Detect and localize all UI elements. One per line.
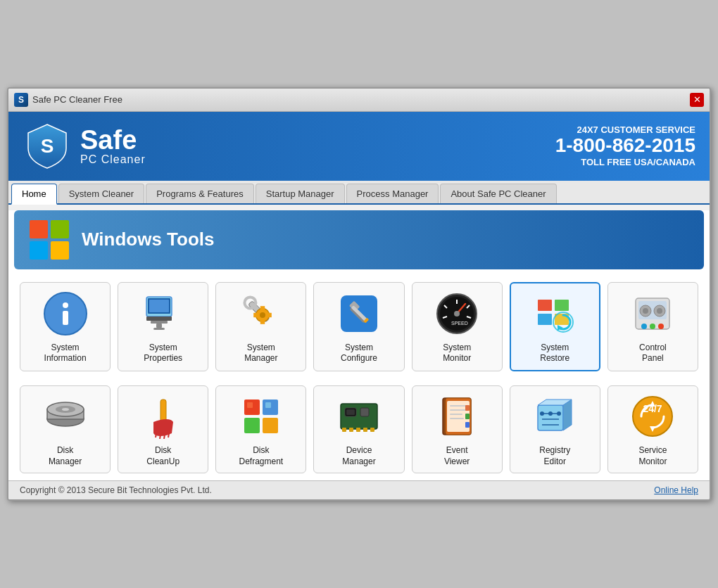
configure-icon bbox=[334, 289, 384, 338]
footer: Copyright © 2013 Secure Bit Technologies… bbox=[8, 480, 710, 499]
restore-icon bbox=[530, 289, 579, 338]
logo-sub: PC Cleaner bbox=[80, 153, 146, 166]
tool-service-monitor[interactable]: 24/7 ServiceMonitor bbox=[607, 385, 698, 473]
svg-rect-14 bbox=[153, 328, 165, 330]
close-button[interactable]: ✕ bbox=[690, 93, 704, 107]
svg-rect-22 bbox=[267, 313, 271, 317]
tool-label: SystemProperties bbox=[144, 343, 182, 364]
tool-system-manager[interactable]: SystemManager bbox=[215, 282, 306, 371]
tab-process-manager[interactable]: Process Manager bbox=[346, 184, 439, 203]
tool-device-manager[interactable]: DeviceManager bbox=[313, 385, 404, 473]
title-bar-left: S Safe PC Cleaner Free bbox=[14, 93, 122, 107]
tool-label: DeviceManager bbox=[342, 445, 375, 467]
tool-event-viewer[interactable]: EventViewer bbox=[412, 385, 503, 473]
control-icon bbox=[628, 289, 677, 338]
tab-about[interactable]: About Safe PC Cleaner bbox=[440, 184, 556, 203]
svg-rect-1 bbox=[30, 220, 48, 238]
service-icon: 24/7 bbox=[628, 392, 677, 441]
svg-point-46 bbox=[641, 324, 647, 329]
tool-label: DiskManager bbox=[49, 445, 82, 467]
tools-row-2: DiskManager D bbox=[8, 378, 710, 480]
svg-point-36 bbox=[454, 311, 460, 317]
tool-disk-manager[interactable]: DiskManager bbox=[20, 385, 111, 473]
customer-service: 24X7 CUSTOMER SERVICE 1-800-862-2015 TOL… bbox=[555, 124, 695, 167]
tool-disk-defragment[interactable]: DiskDefragment bbox=[215, 385, 306, 473]
copyright-text: Copyright © 2013 Secure Bit Technologies… bbox=[20, 485, 212, 495]
tool-label: ControlPanel bbox=[639, 343, 667, 364]
svg-rect-38 bbox=[538, 300, 552, 311]
svg-rect-72 bbox=[360, 408, 369, 416]
tool-system-restore[interactable]: SystemRestore bbox=[510, 282, 600, 371]
tool-label: ServiceMonitor bbox=[638, 445, 667, 467]
manager-icon bbox=[237, 289, 286, 338]
svg-point-48 bbox=[658, 324, 664, 329]
cs-number: 1-800-862-2015 bbox=[555, 135, 695, 157]
tool-label: SystemManager bbox=[244, 343, 277, 364]
tab-system-cleaner[interactable]: System Cleaner bbox=[58, 184, 144, 203]
svg-rect-77 bbox=[370, 428, 374, 432]
windows-logo-icon bbox=[28, 219, 70, 261]
svg-rect-68 bbox=[265, 402, 271, 408]
tool-label: SystemConfigure bbox=[341, 343, 377, 364]
tool-label: DiskCleanUp bbox=[146, 445, 180, 467]
svg-rect-87 bbox=[465, 422, 470, 428]
tab-home[interactable]: Home bbox=[11, 184, 57, 205]
shield-icon: S bbox=[23, 122, 72, 171]
svg-rect-65 bbox=[244, 418, 260, 433]
svg-point-96 bbox=[557, 411, 561, 416]
cleanup-icon bbox=[139, 392, 188, 441]
svg-rect-73 bbox=[342, 428, 346, 432]
title-bar: S Safe PC Cleaner Free ✕ bbox=[8, 89, 710, 112]
tool-label: SystemMonitor bbox=[443, 343, 471, 364]
tool-label: DiskDefragment bbox=[239, 445, 284, 467]
tool-disk-cleanup[interactable]: DiskCleanUp bbox=[118, 385, 208, 473]
tool-label: SystemInformation bbox=[44, 343, 87, 364]
svg-rect-71 bbox=[346, 409, 355, 415]
tab-startup-manager[interactable]: Startup Manager bbox=[256, 184, 345, 203]
registry-icon bbox=[530, 392, 579, 441]
svg-rect-86 bbox=[465, 414, 470, 419]
tool-system-configure[interactable]: SystemConfigure bbox=[313, 282, 404, 371]
online-help-link[interactable]: Online Help bbox=[654, 485, 698, 495]
svg-rect-40 bbox=[538, 314, 552, 325]
svg-text:S: S bbox=[41, 135, 54, 157]
tool-label: RegistryEditor bbox=[539, 445, 570, 467]
svg-point-52 bbox=[657, 308, 662, 314]
svg-rect-84 bbox=[450, 418, 464, 419]
tools-row-1: SystemInformation SystemPr bbox=[8, 275, 710, 378]
tool-registry-editor[interactable]: RegistryEditor bbox=[510, 385, 600, 473]
header: S Safe PC Cleaner 24X7 CUSTOMER SERVICE … bbox=[8, 112, 710, 181]
svg-line-61 bbox=[164, 435, 165, 439]
svg-point-94 bbox=[540, 411, 544, 416]
svg-rect-81 bbox=[450, 405, 467, 407]
tool-control-panel[interactable]: ControlPanel bbox=[607, 282, 698, 371]
tool-label: EventViewer bbox=[444, 445, 470, 467]
properties-icon bbox=[139, 289, 188, 338]
svg-rect-13 bbox=[156, 324, 162, 328]
svg-rect-7 bbox=[63, 311, 68, 325]
svg-line-60 bbox=[160, 435, 160, 439]
svg-rect-58 bbox=[160, 400, 166, 422]
windows-tools-header: Windows Tools bbox=[14, 210, 704, 269]
svg-point-95 bbox=[548, 411, 553, 416]
content-area: Windows Tools SystemInformation bbox=[8, 210, 710, 480]
logo-text: Safe PC Cleaner bbox=[80, 127, 146, 166]
svg-rect-39 bbox=[555, 300, 569, 311]
svg-rect-2 bbox=[51, 220, 69, 238]
tool-system-monitor[interactable]: SPEED SystemMonitor bbox=[412, 282, 503, 371]
svg-rect-82 bbox=[450, 409, 467, 411]
svg-rect-88 bbox=[538, 405, 563, 430]
tab-programs-features[interactable]: Programs & Features bbox=[146, 184, 254, 203]
svg-point-18 bbox=[260, 312, 265, 318]
svg-rect-67 bbox=[247, 402, 253, 408]
main-window: S Safe PC Cleaner Free ✕ S Safe PC Clean… bbox=[7, 87, 711, 501]
svg-rect-75 bbox=[356, 428, 360, 432]
svg-rect-4 bbox=[51, 241, 69, 260]
event-icon bbox=[432, 392, 481, 441]
tool-system-properties[interactable]: SystemProperties bbox=[118, 282, 208, 371]
tab-bar: Home System Cleaner Programs & Features … bbox=[8, 181, 710, 205]
svg-rect-19 bbox=[260, 306, 265, 310]
tool-system-information[interactable]: SystemInformation bbox=[20, 282, 111, 371]
svg-text:SPEED: SPEED bbox=[451, 321, 468, 326]
svg-rect-74 bbox=[349, 428, 353, 432]
